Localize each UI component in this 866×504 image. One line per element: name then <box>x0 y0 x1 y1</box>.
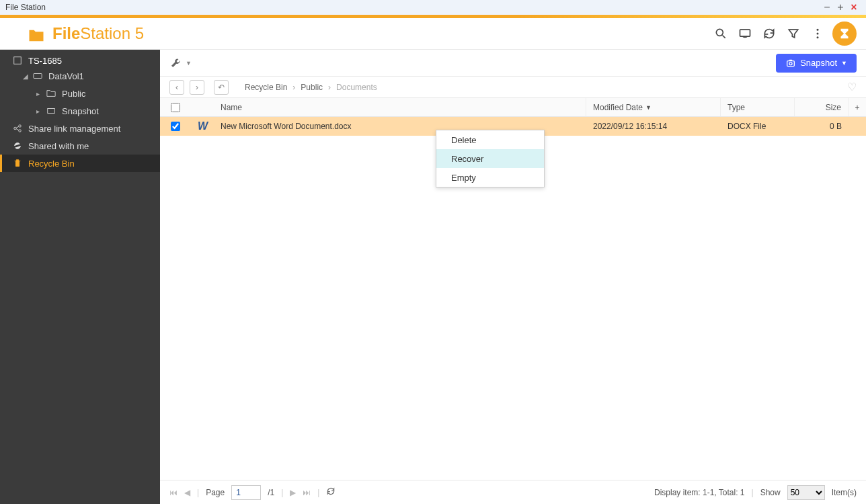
col-size[interactable]: Size <box>795 98 849 116</box>
titlebar: File Station − + × <box>0 0 866 15</box>
svg-line-12 <box>16 126 19 128</box>
sidebar-datavol[interactable]: ◢ DataVol1 <box>0 67 160 85</box>
nav-forward-button[interactable]: › <box>190 80 204 95</box>
app-title: FileStation 5 <box>52 24 144 43</box>
show-select[interactable]: 50 <box>787 485 825 500</box>
svg-rect-8 <box>48 109 55 114</box>
first-page-button[interactable]: ⏮ <box>169 488 178 497</box>
nav-up-button[interactable]: ↶ <box>214 80 229 95</box>
svg-point-15 <box>789 62 792 65</box>
share-icon <box>12 123 23 134</box>
select-all-checkbox[interactable] <box>171 103 180 112</box>
context-recover[interactable]: Recover <box>436 149 544 168</box>
word-file-icon: W <box>198 120 208 132</box>
next-page-button[interactable]: ▶ <box>290 488 296 497</box>
sync-icon <box>12 140 23 151</box>
window-title: File Station <box>5 3 46 12</box>
folder-icon <box>46 88 56 99</box>
chevron-right-icon: › <box>328 83 331 92</box>
sort-desc-icon: ▼ <box>645 104 652 111</box>
user-avatar[interactable] <box>832 22 857 46</box>
sidebar-snapshot[interactable]: ▸ Snapshot <box>0 102 160 120</box>
breadcrumb: ‹ › ↶ Recycle Bin › Public › Documents ♡ <box>160 77 866 98</box>
folder-icon <box>27 26 46 41</box>
last-page-button[interactable]: ⏭ <box>303 488 311 497</box>
sidebar-shared-with-me[interactable]: Shared with me <box>0 137 160 155</box>
row-checkbox[interactable] <box>171 122 180 131</box>
svg-point-5 <box>817 36 819 38</box>
page-total: /1 <box>268 488 274 497</box>
crumb-recycle[interactable]: Recycle Bin <box>245 83 287 92</box>
prev-page-button[interactable]: ◀ <box>184 488 190 497</box>
caret-right-icon: ▸ <box>36 90 43 97</box>
volume-icon <box>32 71 43 81</box>
statusbar: ⏮ ◀ | Page /1 | ▶ ⏭ | Display item: 1-1,… <box>160 480 866 504</box>
chevron-right-icon: › <box>292 83 295 92</box>
page-label: Page <box>206 488 225 497</box>
svg-rect-2 <box>740 30 750 36</box>
sidebar-root[interactable]: TS-1685 <box>0 50 160 67</box>
trash-icon <box>12 158 23 169</box>
snapshot-icon <box>46 106 56 116</box>
context-empty[interactable]: Empty <box>436 168 544 187</box>
refresh-icon[interactable] <box>757 22 781 46</box>
col-type[interactable]: Type <box>721 98 795 116</box>
svg-point-11 <box>19 130 22 132</box>
svg-rect-14 <box>787 60 795 66</box>
svg-point-3 <box>817 29 819 31</box>
context-delete[interactable]: Delete <box>436 130 544 149</box>
caret-right-icon: ▸ <box>36 108 43 115</box>
svg-point-4 <box>817 33 819 35</box>
minimize-button[interactable]: − <box>820 1 834 13</box>
context-menu: Delete Recover Empty <box>436 130 545 187</box>
row-type: DOCX File <box>721 117 795 136</box>
svg-rect-7 <box>34 74 42 79</box>
filter-icon[interactable] <box>781 22 805 46</box>
sidebar: TS-1685 ◢ DataVol1 ▸ Public ▸ Snapshot S… <box>0 50 160 504</box>
svg-point-10 <box>19 125 22 128</box>
row-date: 2022/09/12 16:15:14 <box>586 117 721 136</box>
col-name[interactable]: Name <box>214 98 586 116</box>
row-size: 0 B <box>795 117 849 136</box>
sidebar-share-link[interactable]: Share link management <box>0 120 160 137</box>
add-column-button[interactable]: + <box>849 98 866 116</box>
caret-down-icon: ◢ <box>23 73 30 80</box>
svg-rect-6 <box>14 57 22 65</box>
display-count: Display item: 1-1, Total: 1 <box>654 488 745 497</box>
favorite-icon[interactable]: ♡ <box>847 81 857 93</box>
search-icon[interactable] <box>709 22 733 46</box>
nas-icon <box>12 55 23 66</box>
appbar: FileStation 5 <box>0 18 866 50</box>
col-modified-date[interactable]: Modified Date▼ <box>586 98 721 116</box>
toolbar: ▼ Snapshot ▼ <box>160 50 866 77</box>
svg-point-0 <box>716 29 723 36</box>
show-label: Show <box>760 488 781 497</box>
cast-icon[interactable] <box>733 22 757 46</box>
tools-dropdown[interactable]: ▼ <box>169 57 192 69</box>
svg-line-1 <box>723 36 725 38</box>
crumb-public[interactable]: Public <box>301 83 323 92</box>
items-label: Item(s) <box>832 488 857 497</box>
table-header: Name Modified Date▼ Type Size + <box>160 98 866 117</box>
snapshot-button[interactable]: Snapshot ▼ <box>776 54 857 73</box>
maximize-button[interactable]: + <box>834 1 847 13</box>
sidebar-public[interactable]: ▸ Public <box>0 85 160 102</box>
refresh-button[interactable] <box>326 487 336 498</box>
close-button[interactable]: × <box>847 1 861 13</box>
crumb-documents: Documents <box>336 83 377 92</box>
more-icon[interactable] <box>805 22 830 46</box>
page-input[interactable] <box>231 485 261 500</box>
svg-line-13 <box>16 129 19 130</box>
content-area: ▼ Snapshot ▼ ‹ › ↶ Recycle Bin › Public … <box>160 50 866 504</box>
svg-point-9 <box>14 127 17 130</box>
sidebar-recycle-bin[interactable]: Recycle Bin <box>0 155 160 172</box>
nav-back-button[interactable]: ‹ <box>169 80 184 95</box>
